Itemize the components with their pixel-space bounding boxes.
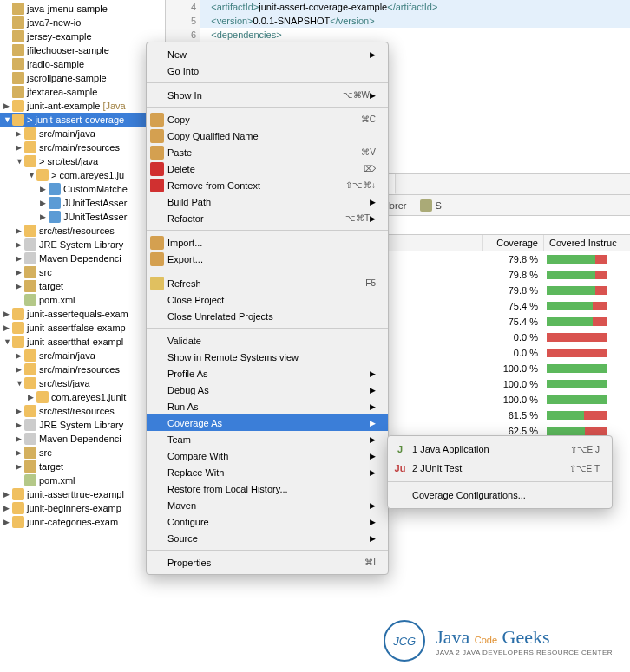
tree-item[interactable]: ▶src/main/resources: [0, 140, 165, 154]
twisty-icon[interactable]: ▶: [16, 434, 24, 443]
tree-item[interactable]: ▶com.areyes1.junit: [0, 390, 165, 404]
menu-item[interactable]: Configure▶: [147, 513, 388, 530]
view-tab[interactable]: S: [415, 198, 446, 213]
tree-item[interactable]: ▶src: [0, 446, 165, 460]
menu-item[interactable]: Show in Remote Systems view: [147, 349, 388, 365]
menu-item[interactable]: Remove from Context⇧⌥⌘↓: [147, 177, 388, 193]
twisty-icon[interactable]: ▶: [3, 101, 12, 110]
menu-item[interactable]: New▶: [147, 46, 388, 62]
menu-item[interactable]: Paste⌘V: [147, 144, 388, 160]
menu-item[interactable]: Refactor⌥⌘T▶: [147, 210, 388, 226]
twisty-icon[interactable]: ▼: [16, 379, 24, 388]
menu-item[interactable]: Restore from Local History...: [147, 480, 388, 497]
menu-item[interactable]: Coverage As▶: [147, 414, 388, 431]
twisty-icon[interactable]: ▶: [16, 268, 24, 277]
tree-item[interactable]: jfilechooser-sample: [0, 43, 165, 57]
tree-item[interactable]: java-jmenu-sample: [0, 2, 165, 16]
tree-item[interactable]: ▶src/main/java: [0, 349, 165, 362]
menu-item[interactable]: Run As▶: [147, 398, 388, 414]
twisty-icon[interactable]: ▼: [3, 337, 12, 346]
twisty-icon[interactable]: ▼: [28, 171, 36, 179]
twisty-icon[interactable]: ▶: [16, 407, 24, 415]
twisty-icon[interactable]: ▶: [16, 462, 24, 471]
menu-item[interactable]: Replace With▶: [147, 464, 388, 480]
tree-item[interactable]: ▶junit-ant-example[Java: [0, 99, 165, 113]
twisty-icon[interactable]: ▶: [3, 518, 12, 526]
menu-item[interactable]: Copy⌘C: [147, 111, 388, 127]
coverage-as-submenu[interactable]: J1 Java Application⇧⌥E JJu2 JUnit Test⇧⌥…: [387, 435, 613, 509]
tree-item[interactable]: ▶src: [0, 265, 165, 279]
twisty-icon[interactable]: ▼: [16, 157, 24, 166]
tree-item[interactable]: ▶junit-assertfalse-examp: [0, 321, 165, 335]
tree-item[interactable]: jscrollpane-sample: [0, 71, 165, 85]
tree-item[interactable]: java7-new-io: [0, 16, 165, 29]
twisty-icon[interactable]: ▶: [16, 351, 24, 360]
twisty-icon[interactable]: ▶: [16, 143, 24, 152]
menu-item[interactable]: Export...: [147, 251, 388, 267]
twisty-icon[interactable]: ▶: [16, 421, 24, 429]
tree-item[interactable]: pom.xml: [0, 473, 165, 487]
tree-item[interactable]: ▶src/test/resources: [0, 224, 165, 238]
twisty-icon[interactable]: ▶: [28, 393, 36, 401]
twisty-icon[interactable]: ▶: [3, 323, 12, 332]
twisty-icon[interactable]: ▶: [3, 490, 12, 499]
tree-item[interactable]: ▶JUnitTestAsser: [0, 210, 165, 224]
code-line[interactable]: <dependencies>: [200, 28, 630, 42]
menu-item[interactable]: Import...: [147, 234, 388, 251]
twisty-icon[interactable]: ▶: [16, 282, 24, 290]
tree-item[interactable]: ▶Maven Dependenci: [0, 432, 165, 446]
tree-item[interactable]: ▼> com.areyes1.ju: [0, 168, 165, 182]
tree-item[interactable]: pom.xml: [0, 293, 165, 307]
project-explorer[interactable]: java-jmenu-samplejava7-new-iojersey-exam…: [0, 0, 165, 529]
menu-item[interactable]: Copy Qualified Name: [147, 127, 388, 144]
tree-item[interactable]: ▶junit-categories-exam: [0, 515, 165, 529]
twisty-icon[interactable]: ▶: [16, 129, 24, 138]
menu-item[interactable]: Close Unrelated Projects: [147, 308, 388, 324]
submenu-item[interactable]: Ju2 JUnit Test⇧⌥E T: [388, 459, 612, 478]
twisty-icon[interactable]: ▶: [3, 310, 12, 318]
menu-item[interactable]: Maven▶: [147, 497, 388, 513]
twisty-icon[interactable]: ▶: [16, 254, 24, 263]
tree-item[interactable]: ▶Maven Dependenci: [0, 251, 165, 265]
twisty-icon[interactable]: ▶: [16, 448, 24, 457]
menu-item[interactable]: Close Project: [147, 291, 388, 308]
menu-item[interactable]: Source▶: [147, 530, 388, 546]
tree-item[interactable]: ▶junit-beginners-examp: [0, 501, 165, 515]
menu-item[interactable]: Profile As▶: [147, 365, 388, 382]
tree-item[interactable]: ▶junit-assertequals-exam: [0, 307, 165, 321]
menu-item[interactable]: RefreshF5: [147, 275, 388, 291]
menu-item[interactable]: Show In⌥⌘W▶: [147, 87, 388, 103]
tree-item[interactable]: ▼src/test/java: [0, 376, 165, 390]
tree-item[interactable]: ▼> src/test/java: [0, 154, 165, 168]
menu-item[interactable]: Team▶: [147, 431, 388, 447]
tree-item[interactable]: ▶src/main/java: [0, 127, 165, 140]
tree-item[interactable]: ▼> junit-assert-coverage: [0, 113, 165, 127]
twisty-icon[interactable]: ▶: [40, 185, 49, 193]
code-line[interactable]: <artifactId>junit-assert-coverage-exampl…: [200, 0, 630, 14]
menu-item[interactable]: Debug As▶: [147, 382, 388, 398]
twisty-icon[interactable]: ▶: [16, 226, 24, 235]
menu-item[interactable]: Compare With▶: [147, 447, 388, 464]
tree-item[interactable]: ▶JUnitTestAsser: [0, 196, 165, 210]
code-line[interactable]: <version>0.0.1-SNAPSHOT</version>: [200, 14, 630, 28]
tree-item[interactable]: ▶JRE System Library: [0, 418, 165, 432]
submenu-item[interactable]: J1 Java Application⇧⌥E J: [388, 440, 612, 459]
tree-item[interactable]: jtextarea-sample: [0, 85, 165, 99]
twisty-icon[interactable]: ▼: [3, 115, 12, 124]
tree-item[interactable]: ▶target: [0, 279, 165, 293]
tree-item[interactable]: ▶CustomMatche: [0, 182, 165, 196]
twisty-icon[interactable]: ▶: [16, 365, 24, 374]
tree-item[interactable]: ▶junit-asserttrue-exampl: [0, 487, 165, 501]
tree-item[interactable]: jradio-sample: [0, 57, 165, 71]
tree-item[interactable]: jersey-example: [0, 29, 165, 43]
context-menu[interactable]: New▶Go IntoShow In⌥⌘W▶Copy⌘CCopy Qualifi…: [146, 42, 389, 575]
twisty-icon[interactable]: ▶: [40, 212, 49, 221]
menu-item[interactable]: Delete⌦: [147, 160, 388, 177]
menu-item[interactable]: Properties⌘I: [147, 554, 388, 571]
twisty-icon[interactable]: ▶: [16, 240, 24, 249]
tree-item[interactable]: ▶JRE System Library: [0, 238, 165, 251]
menu-item[interactable]: Validate: [147, 332, 388, 349]
menu-item[interactable]: Go Into: [147, 62, 388, 79]
twisty-icon[interactable]: ▶: [3, 504, 12, 512]
menu-item[interactable]: Build Path▶: [147, 193, 388, 210]
